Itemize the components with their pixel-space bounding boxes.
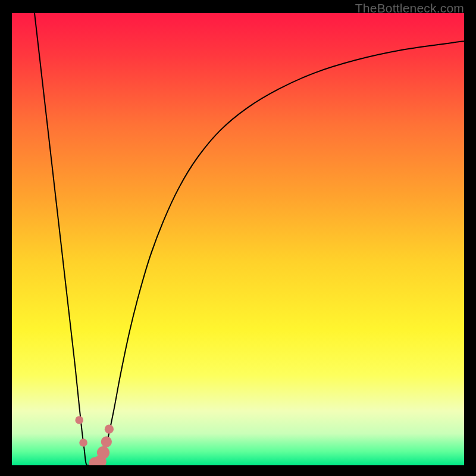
marker-right-2 [101,436,112,447]
marker-right-1 [97,446,109,459]
marker-left-2 [79,439,87,447]
marker-right-3 [105,425,114,434]
chart-frame [12,13,464,465]
marker-left-1 [75,416,83,424]
bottleneck-chart [12,13,464,465]
gradient-background [12,13,464,465]
